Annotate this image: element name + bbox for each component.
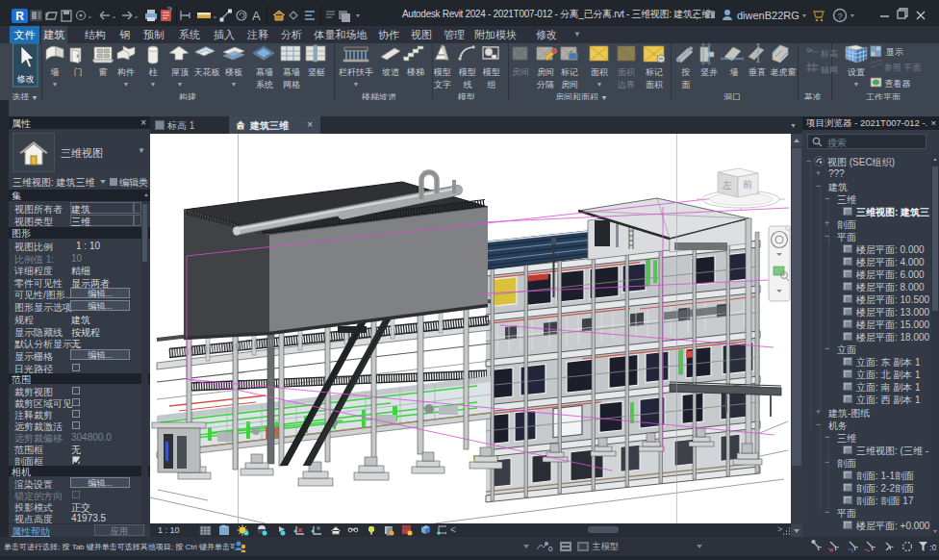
svg-text:前: 前 — [743, 179, 752, 190]
svg-text:?: ? — [837, 12, 842, 21]
svg-text:左: 左 — [723, 180, 732, 191]
svg-text:R: R — [15, 10, 24, 23]
svg-text:A: A — [252, 9, 261, 23]
svg-text:diwenB22RG: diwenB22RG — [737, 10, 799, 21]
svg-text:0: 0 — [548, 545, 553, 553]
svg-text::0: :0 — [929, 543, 936, 552]
